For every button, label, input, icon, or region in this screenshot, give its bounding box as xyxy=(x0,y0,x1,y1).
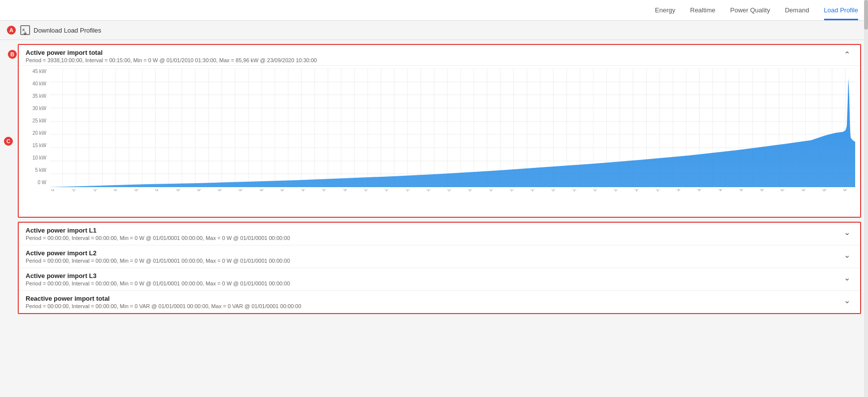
y-label-9: 45 kW xyxy=(24,69,49,74)
x-label: 03/07 00:00 xyxy=(176,189,193,192)
x-label: 29/03 00:00 xyxy=(655,189,673,192)
x-label: 29/09 00:00 xyxy=(613,189,631,192)
x-label: 29/03 00:00 xyxy=(572,189,589,192)
x-label: 04/01 00:00 xyxy=(50,189,68,192)
y-label-7: 35 kW xyxy=(24,93,49,99)
collapsed-panel-l1[interactable]: Active power import L1 Period = 00:00:00… xyxy=(19,223,860,245)
chart-panel-subtitle: Period = 3938,10:00:00, Interval = 00:15… xyxy=(26,57,317,63)
panel-l1-title: Active power import L1 xyxy=(26,227,290,234)
x-label: 29/12 00:00 xyxy=(384,189,401,192)
y-label-5: 25 kW xyxy=(24,118,49,123)
x-label: 28/06 00:00 xyxy=(92,189,110,192)
x-label: 02/04 00:00 xyxy=(238,189,255,192)
region-label-b: B xyxy=(8,50,17,59)
collapsed-panels-group: D Active power import L1 Period = 00:00:… xyxy=(18,222,861,314)
nav-realtime[interactable]: Realtime xyxy=(690,6,715,20)
panel-l1-subtitle: Period = 00:00:00, Interval = 00:00:00, … xyxy=(26,235,290,241)
expand-l2-btn[interactable]: ⌄ xyxy=(841,249,853,261)
y-label-4: 20 kW xyxy=(24,130,49,136)
x-label: 31/03 00:00 xyxy=(321,189,339,192)
panel-reactive-subtitle: Period = 00:00:00, Interval = 00:00:00, … xyxy=(26,303,301,309)
download-icon: X xyxy=(20,25,31,36)
expand-l1-btn[interactable]: ⌄ xyxy=(841,227,853,238)
chart-panel: B Active power import total Period = 393… xyxy=(18,44,861,218)
region-label-c: C xyxy=(4,137,13,146)
y-label-1: 5 kW xyxy=(24,167,49,173)
x-label: 29/09 00:00 xyxy=(530,189,547,192)
chart-area: C 0 W 5 kW 10 kW 15 kW 20 kW 25 kW 30 kW… xyxy=(19,66,860,217)
x-label: 04/10 00:00 xyxy=(113,189,131,192)
panel-l3-title: Active power import L3 xyxy=(26,272,290,279)
expand-l3-btn[interactable]: ⌄ xyxy=(841,272,853,283)
x-label: 30/06 00:00 xyxy=(342,189,360,192)
x-label: 30/09 00:00 xyxy=(696,189,714,192)
x-label: 01/10 00:00 xyxy=(280,189,297,192)
collapse-chart-btn[interactable]: ⌃ xyxy=(841,49,853,60)
top-nav: Energy Realtime Power Quality Demand Loa… xyxy=(0,0,868,21)
x-label: 29/03 00:00 xyxy=(488,189,506,192)
chart-panel-title: Active power import total xyxy=(26,49,317,56)
x-label: 02/04 00:00 xyxy=(822,189,839,192)
x-label: 30/06 00:00 xyxy=(676,189,693,192)
x-label: 02/01 00:00 xyxy=(217,189,235,192)
nav-energy[interactable]: Energy xyxy=(655,6,675,20)
toolbar: A X Download Load Profiles xyxy=(0,21,868,40)
panel-reactive-title: Reactive power import total xyxy=(26,295,301,302)
x-label: 02/07 00:00 xyxy=(842,189,855,192)
x-label: 29/06 00:00 xyxy=(426,189,443,192)
y-label-0: 0 W xyxy=(24,180,49,185)
x-label: 30/06 00:00 xyxy=(759,189,777,192)
x-label: 29/06 00:00 xyxy=(592,189,610,192)
region-label-a: A xyxy=(7,26,16,35)
download-label: Download Load Profiles xyxy=(34,27,101,34)
x-label: 01/10 00:00 xyxy=(780,189,797,192)
nav-power-quality[interactable]: Power Quality xyxy=(730,6,770,20)
nav-load-profile[interactable]: Load Profile xyxy=(824,6,858,20)
x-label: 30/03 00:00 xyxy=(738,189,756,192)
scrollbar-thumb[interactable] xyxy=(864,0,868,30)
x-label: 29/03 00:00 xyxy=(71,189,89,192)
y-label-8: 40 kW xyxy=(24,81,49,86)
x-label: 02/10 00:00 xyxy=(196,189,214,192)
x-label: 02/07 00:00 xyxy=(259,189,277,192)
x-label: 28/12 00:00 xyxy=(467,189,485,192)
x-label: 03/01 00:00 xyxy=(134,189,151,192)
chart-svg xyxy=(49,69,855,187)
y-label-6: 30 kW xyxy=(24,106,49,111)
x-label: 29/09 00:00 xyxy=(363,189,381,192)
x-label: 28/12 00:00 xyxy=(550,189,568,192)
expand-reactive-btn[interactable]: ⌄ xyxy=(841,295,853,306)
main-content: B Active power import total Period = 393… xyxy=(0,40,868,318)
x-label: 28/12 00:00 xyxy=(634,189,651,192)
y-label-2: 10 kW xyxy=(24,155,49,160)
x-label: 01/01 00:00 xyxy=(801,189,819,192)
x-axis: 04/01 00:00 29/03 00:00 28/06 00:00 04/1… xyxy=(49,187,855,212)
svg-text:X: X xyxy=(22,28,25,32)
panel-l3-subtitle: Period = 00:00:00, Interval = 00:00:00, … xyxy=(26,280,290,286)
nav-demand[interactable]: Demand xyxy=(785,6,809,20)
chart-container: 0 W 5 kW 10 kW 15 kW 20 kW 25 kW 30 kW 3… xyxy=(24,69,855,212)
x-label: 30/12 00:00 xyxy=(718,189,735,192)
collapsed-panel-l2[interactable]: Active power import L2 Period = 00:00:00… xyxy=(19,245,860,268)
download-load-profiles-btn[interactable]: X Download Load Profiles xyxy=(20,25,101,36)
x-label: 29/09 00:00 xyxy=(446,189,464,192)
x-label: 31/12 00:00 xyxy=(300,189,318,192)
x-label: 04/04 00:00 xyxy=(154,189,172,192)
collapsed-panel-l3[interactable]: Active power import L3 Period = 00:00:00… xyxy=(19,268,860,291)
x-label: 29/06 00:00 xyxy=(509,189,527,192)
panel-l2-title: Active power import L2 xyxy=(26,249,290,257)
panel-l2-subtitle: Period = 00:00:00, Interval = 00:00:00, … xyxy=(26,258,290,264)
y-label-3: 15 kW xyxy=(24,143,49,148)
scrollbar[interactable] xyxy=(864,0,868,397)
x-label: 29/03 00:00 xyxy=(405,189,423,192)
y-axis: 0 W 5 kW 10 kW 15 kW 20 kW 25 kW 30 kW 3… xyxy=(24,69,49,187)
chart-panel-header: Active power import total Period = 3938,… xyxy=(19,45,860,66)
collapsed-panel-reactive[interactable]: Reactive power import total Period = 00:… xyxy=(19,291,860,313)
